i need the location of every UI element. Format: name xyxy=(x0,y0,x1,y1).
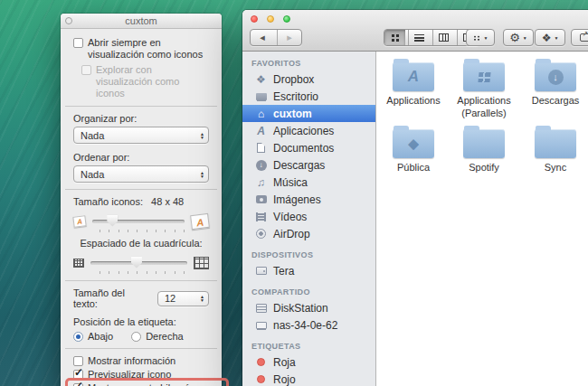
sidebar-item-diskstation[interactable]: DiskStation xyxy=(242,299,375,316)
list-view-icon xyxy=(414,34,424,42)
dropbox-menu-button[interactable]: ❖ ▼ xyxy=(535,29,565,46)
dropbox-icon: ❖ xyxy=(254,72,268,86)
show-library-checkbox-row[interactable]: Mostrar carpeta Librería xyxy=(73,381,209,386)
abajo-radio[interactable] xyxy=(73,332,83,342)
sidebar-item-dropbox[interactable]: ❖ Dropbox xyxy=(242,71,375,88)
sidebar-item-tag-roja[interactable]: Roja xyxy=(242,353,375,371)
music-icon: ♫ xyxy=(254,175,268,189)
icon-view-icon xyxy=(391,33,399,42)
large-grid-icon xyxy=(194,257,209,269)
view-options-titlebar[interactable]: cuxtom xyxy=(61,14,222,29)
large-icon-icon xyxy=(190,212,210,229)
folder-descargas[interactable]: ↓ Descargas xyxy=(520,59,588,108)
grid-spacing-label: Espaciado de la cuadrícula: xyxy=(73,238,209,249)
network-computer-icon xyxy=(254,318,268,332)
sort-dropdown[interactable]: Nada ▲▼ xyxy=(73,165,209,183)
download-icon: ↓ xyxy=(254,158,268,172)
folder-spotify[interactable]: Spotify xyxy=(449,126,519,174)
folder-icon[interactable] xyxy=(463,129,505,158)
small-icon-icon xyxy=(72,215,86,228)
view-options-title: cuxtom xyxy=(125,15,156,26)
organize-value: Nada xyxy=(81,130,104,141)
download-emblem-icon: ↓ xyxy=(535,62,576,91)
always-open-label[interactable]: Abrir siempre en visualización como icon… xyxy=(88,37,209,61)
column-view-icon xyxy=(439,33,449,42)
action-menu-button[interactable]: ⚙ ▼ xyxy=(503,29,534,46)
text-size-dropdown[interactable]: 12 ▲▼ xyxy=(157,291,209,306)
sidebar-item-descargas[interactable]: ↓ Descargas xyxy=(242,156,375,174)
sidebar-item-escritorio[interactable]: Escritorio xyxy=(242,88,375,105)
label-position-abajo-option[interactable]: Abajo xyxy=(73,331,113,342)
folder-icon[interactable] xyxy=(463,62,505,91)
sidebar-item-nas[interactable]: nas-34-0e-62 xyxy=(242,316,375,334)
close-button[interactable] xyxy=(65,17,72,24)
icon-size-slider-row xyxy=(73,214,209,228)
folder-icon[interactable] xyxy=(535,129,576,158)
minimize-button[interactable] xyxy=(267,15,274,23)
sidebar-item-documentos[interactable]: Documentos xyxy=(242,139,375,156)
divider xyxy=(65,280,217,281)
back-icon: ◂ xyxy=(260,32,265,43)
icon-size-slider-thumb[interactable] xyxy=(107,215,118,227)
finder-window: ◂ ▸ ▼ ⚙ ▼ ❖ ▼ FAVORITOS ❖ xyxy=(242,10,588,386)
desktop-icon xyxy=(254,89,268,103)
folder-applications-parallels[interactable]: Applications (Parallels) xyxy=(449,59,519,120)
preview-icon-checkbox[interactable] xyxy=(73,370,83,380)
external-disk-icon xyxy=(254,264,268,278)
document-icon xyxy=(254,141,268,155)
folder-publica[interactable]: ◆ Pública xyxy=(378,126,449,174)
back-button[interactable]: ◂ xyxy=(251,30,274,45)
share-button[interactable] xyxy=(571,29,588,46)
stepper-arrows-icon: ▲▼ xyxy=(200,132,204,139)
sidebar-item-tera[interactable]: Tera xyxy=(242,262,375,279)
icon-size-slider[interactable] xyxy=(92,220,185,223)
grid-spacing-slider[interactable] xyxy=(90,261,187,265)
organize-dropdown[interactable]: Nada ▲▼ xyxy=(73,127,209,144)
always-open-checkbox-row[interactable]: Abrir siempre en visualización como icon… xyxy=(73,37,209,61)
show-info-checkbox-row[interactable]: Mostrar información xyxy=(73,354,209,368)
finder-content-area[interactable]: A Applications Applications (Parallels) … xyxy=(376,52,588,386)
folder-sync[interactable]: Sync xyxy=(520,126,588,174)
text-size-label: Tamaño del texto: xyxy=(73,287,150,309)
pictures-icon xyxy=(254,193,268,206)
sidebar-item-cuxtom[interactable]: ⌂ cuxtom xyxy=(242,105,375,122)
close-button[interactable] xyxy=(251,15,258,23)
home-icon: ⌂ xyxy=(254,107,268,120)
folder-icon[interactable]: ◆ xyxy=(393,129,434,158)
always-open-checkbox[interactable] xyxy=(73,38,83,48)
folder-icon[interactable]: ↓ xyxy=(535,62,576,91)
caret-down-icon: ▼ xyxy=(523,35,527,41)
browse-label: Explorar con visualización como iconos xyxy=(96,64,209,99)
zoom-button[interactable] xyxy=(283,15,290,23)
preview-icon-checkbox-row[interactable]: Previsualizar icono xyxy=(73,368,209,381)
sidebar-item-imagenes[interactable]: Imágenes xyxy=(242,191,375,208)
share-icon xyxy=(580,33,588,42)
sidebar-item-tag-rojo[interactable]: Rojo xyxy=(242,371,375,386)
sidebar-item-musica[interactable]: ♫ Música xyxy=(242,174,375,191)
finder-titlebar[interactable]: ◂ ▸ ▼ ⚙ ▼ ❖ ▼ xyxy=(242,10,588,52)
column-view-button[interactable] xyxy=(432,30,454,45)
section-header-etiquetas: ETIQUETAS xyxy=(242,342,375,353)
icon-size-label: Tamaño iconos: xyxy=(73,196,143,207)
sidebar-item-aplicaciones[interactable]: A Aplicaciones xyxy=(242,122,375,139)
sidebar-item-videos[interactable]: Vídeos xyxy=(242,208,375,225)
divider xyxy=(65,348,217,349)
sidebar-item-airdrop[interactable]: AirDrop xyxy=(242,225,375,242)
grid-spacing-slider-thumb[interactable] xyxy=(131,257,142,268)
list-view-button[interactable] xyxy=(408,30,430,45)
show-info-checkbox[interactable] xyxy=(73,356,83,366)
caret-down-icon: ▼ xyxy=(554,35,558,41)
derecha-radio[interactable] xyxy=(131,332,141,342)
folder-icon[interactable]: A xyxy=(393,62,434,91)
folder-applications[interactable]: A Applications xyxy=(378,59,449,108)
red-tag-icon xyxy=(254,355,268,369)
slider-ticks xyxy=(100,230,185,232)
label-position-derecha-option[interactable]: Derecha xyxy=(131,331,184,342)
caret-down-icon: ▼ xyxy=(484,35,488,41)
icon-view-button[interactable] xyxy=(384,30,405,45)
stepper-arrows-icon: ▲▼ xyxy=(200,171,204,178)
arrange-menu-button[interactable]: ▼ xyxy=(466,29,495,46)
nav-buttons: ◂ ▸ xyxy=(250,29,302,46)
red-tag-icon xyxy=(254,372,268,386)
forward-button[interactable]: ▸ xyxy=(277,30,301,45)
